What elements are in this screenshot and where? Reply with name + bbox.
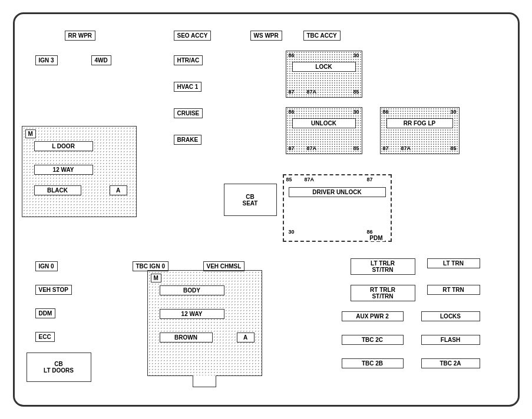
aux-pwr2-fuse: AUX PWR 2 — [342, 311, 404, 321]
rr-fog-pin-87a: 87A — [401, 145, 411, 151]
cruise-fuse: CRUISE — [174, 108, 203, 118]
left-door-m-label: M — [25, 129, 36, 138]
veh-stop-fuse: VEH STOP — [35, 285, 72, 295]
brake-fuse: BRAKE — [174, 135, 202, 145]
tbc-accy-fuse: TBC ACCY — [303, 31, 341, 41]
body-connector — [193, 375, 216, 387]
lock-pin-30: 30 — [353, 52, 359, 58]
fuse-diagram: RR WPR SEO ACCY WS WPR TBC ACCY IGN 3 4W… — [13, 12, 520, 407]
left-door-group: M L DOOR 12 WAY BLACK A — [22, 126, 137, 217]
htr-ac-fuse: HTR/AC — [174, 55, 203, 65]
rr-wpr-fuse: RR WPR — [65, 31, 96, 41]
pdm-pin-87: 87 — [366, 177, 372, 182]
ws-wpr-fuse: WS WPR — [250, 31, 282, 41]
unlock-pin-85: 85 — [353, 145, 359, 151]
4wd-fuse: 4WD — [91, 55, 111, 65]
cb-lt-doors-fuse: CB LT DOORS — [27, 353, 91, 382]
cb-seat-fuse: CB SEAT — [224, 184, 277, 216]
tbc-2b-fuse: TBC 2B — [342, 358, 404, 368]
pdm-pin-30: 30 — [289, 229, 295, 235]
lt-trlr-fuse: LT TRLR ST/TRN — [351, 258, 415, 275]
locks-fuse: LOCKS — [421, 311, 480, 321]
ddm-fuse: DDM — [35, 308, 56, 318]
lock-pin-86: 86 — [289, 52, 295, 58]
unlock-pin-87: 87 — [289, 145, 295, 151]
l-door-fuse: L DOOR — [34, 141, 93, 151]
12way-fuse: 12 WAY — [34, 165, 93, 175]
black-fuse: BLACK — [34, 185, 81, 195]
rt-trn-fuse: RT TRN — [427, 285, 480, 295]
a-label-body: A — [237, 332, 255, 342]
a-label-left: A — [110, 185, 127, 195]
rr-fog-pin-30: 30 — [450, 109, 456, 115]
rr-fog-pin-86: 86 — [383, 109, 389, 115]
lock-pin-85: 85 — [353, 89, 359, 95]
unlock-pin-30: 30 — [353, 109, 359, 115]
rr-fog-lp-relay-label: RR FOG LP — [386, 118, 453, 128]
seo-accy-fuse: SEO ACCY — [174, 31, 212, 41]
lock-relay-label: LOCK — [292, 62, 356, 72]
body-m-label: M — [151, 274, 161, 282]
hvac1-fuse: HVAC 1 — [174, 82, 202, 92]
lock-pin-87: 87 — [289, 89, 295, 95]
pdm-pin-85: 85 — [286, 177, 292, 182]
brown-fuse: BROWN — [160, 332, 213, 342]
pdm-group: 85 87A 87 DRIVER UNLOCK 30 86 PDM — [283, 174, 392, 242]
lt-trn-fuse: LT TRN — [427, 258, 480, 268]
tbc-2a-fuse: TBC 2A — [421, 358, 480, 368]
ecc-fuse: ECC — [35, 332, 55, 342]
body-group: M BODY 12 WAY BROWN A — [147, 270, 262, 376]
ign3-fuse: IGN 3 — [35, 55, 58, 65]
unlock-pin-86: 86 — [289, 109, 295, 115]
pdm-pin-87a: 87A — [305, 177, 315, 182]
pdm-pin-86: 86 — [366, 229, 372, 235]
rr-fog-pin-87: 87 — [383, 145, 389, 151]
rr-fog-pin-85: 85 — [450, 145, 456, 151]
tbc-2c-fuse: TBC 2C — [342, 335, 404, 345]
rt-trlr-fuse: RT TRLR ST/TRN — [351, 285, 415, 301]
flash-fuse: FLASH — [421, 335, 480, 345]
unlock-relay-label: UNLOCK — [292, 118, 356, 128]
driver-unlock-label: DRIVER UNLOCK — [289, 187, 386, 197]
unlock-pin-87a: 87A — [307, 145, 317, 151]
pdm-label: PDM — [368, 235, 384, 241]
body-fuse: BODY — [160, 285, 224, 295]
body-12way-fuse: 12 WAY — [160, 309, 224, 319]
ign0-fuse: IGN 0 — [35, 261, 58, 271]
lock-pin-87a: 87A — [307, 89, 317, 95]
